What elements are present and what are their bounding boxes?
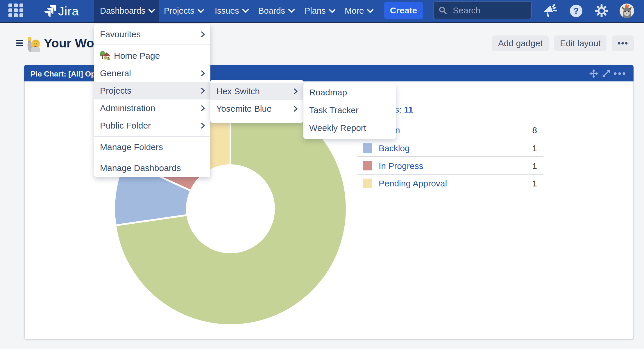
svg-text:?: ? <box>573 6 579 15</box>
